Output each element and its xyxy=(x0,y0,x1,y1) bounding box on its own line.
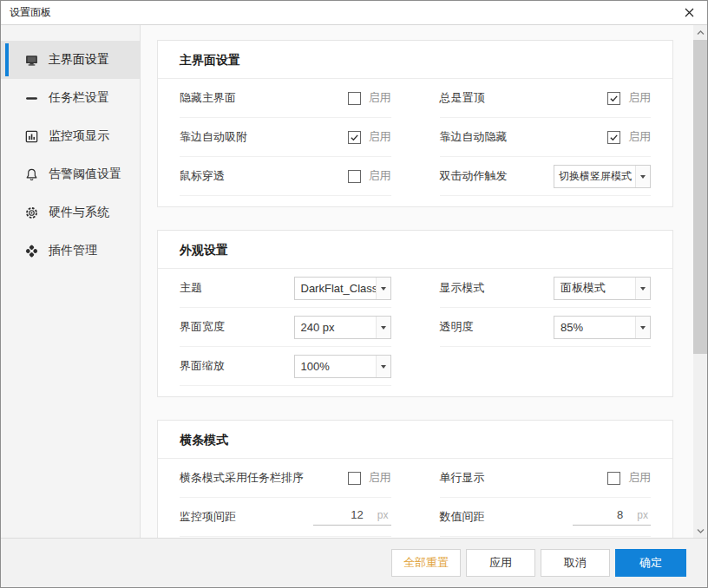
monitor-item-spacing-input[interactable]: 12px xyxy=(313,508,391,526)
chevron-down-icon xyxy=(381,326,386,332)
setting-label: 总是置顶 xyxy=(440,90,485,106)
setting-control: 启用 xyxy=(607,470,651,486)
select-value: 85% xyxy=(554,321,635,334)
sidebar-item-label: 监控项显示 xyxy=(49,128,109,144)
setting-control: 12px xyxy=(313,508,391,526)
setting-ui-width: 界面宽度240 px xyxy=(180,308,391,347)
setting-theme: 主题DarkFlat_Classi xyxy=(180,269,391,308)
select-value: 240 px xyxy=(295,321,376,334)
setting-label: 界面缩放 xyxy=(180,358,225,374)
select-dropdown-button[interactable] xyxy=(376,278,390,299)
select-value: 100% xyxy=(295,360,376,373)
setting-control: 切换横竖屏模式 xyxy=(554,165,651,188)
value-spacing-input[interactable]: 8px xyxy=(573,508,651,526)
select-dropdown-button[interactable] xyxy=(635,278,650,299)
ui-width-select[interactable]: 240 px xyxy=(294,316,391,339)
select-dropdown-button[interactable] xyxy=(376,317,390,338)
chevron-down-icon xyxy=(640,287,646,293)
sidebar-item-hardware-system[interactable]: 硬件与系统 xyxy=(1,193,140,232)
bell-icon xyxy=(24,167,39,182)
select-value: 面板模式 xyxy=(554,280,635,296)
setting-control: 启用 xyxy=(348,129,391,145)
scrollbar-thumb[interactable] xyxy=(693,40,707,354)
select-dropdown-button[interactable] xyxy=(635,317,650,338)
sidebar-item-plugin-manager[interactable]: 插件管理 xyxy=(1,232,140,270)
section-body: 主题DarkFlat_Classi显示模式面板模式界面宽度240 px透明度85… xyxy=(158,269,672,396)
select-dropdown-button[interactable] xyxy=(376,356,390,377)
setting-always-on-top: 总是置顶启用 xyxy=(440,79,652,118)
section-appearance: 外观设置主题DarkFlat_Classi显示模式面板模式界面宽度240 px透… xyxy=(157,230,673,397)
select-dropdown-button[interactable] xyxy=(635,166,650,187)
sidebar-item-label: 硬件与系统 xyxy=(49,205,109,220)
setting-label: 靠边自动隐藏 xyxy=(440,129,508,145)
apply-button[interactable]: 应用 xyxy=(466,549,535,577)
number-unit: px xyxy=(637,509,648,521)
cancel-button[interactable]: 取消 xyxy=(541,549,610,577)
scroll-down-button[interactable] xyxy=(693,523,707,538)
setting-label: 主题 xyxy=(180,280,202,296)
empty-cell xyxy=(440,347,652,386)
footer-bar: 全部重置应用取消确定 xyxy=(1,538,707,587)
setting-mouse-through: 鼠标穿透启用 xyxy=(180,157,391,196)
sidebar-item-label: 主界面设置 xyxy=(49,52,109,68)
setting-control: 启用 xyxy=(348,168,391,184)
setting-label: 隐藏主界面 xyxy=(180,90,236,106)
scrollbar-track[interactable] xyxy=(693,40,707,523)
check-icon xyxy=(609,94,619,103)
section-title: 主界面设置 xyxy=(158,41,672,79)
close-button[interactable] xyxy=(671,1,707,24)
chevron-down-icon xyxy=(381,365,386,371)
setting-control: 85% xyxy=(554,316,651,339)
double-click-action-select[interactable]: 切换横竖屏模式 xyxy=(554,165,651,188)
edge-snap-checkbox[interactable] xyxy=(348,131,361,144)
gear-icon xyxy=(24,206,39,220)
setting-label: 靠边自动吸附 xyxy=(180,129,247,145)
sidebar-item-alert-threshold[interactable]: 告警阈值设置 xyxy=(1,155,140,193)
setting-bar-mode-taskbar-order: 横条模式采用任务栏排序启用 xyxy=(180,459,391,498)
ui-scale-select[interactable]: 100% xyxy=(294,355,391,378)
setting-control: 启用 xyxy=(607,90,651,106)
setting-control: 100% xyxy=(294,355,391,378)
number-value: 12 xyxy=(316,508,364,521)
opacity-select[interactable]: 85% xyxy=(554,316,651,339)
setting-label: 单行显示 xyxy=(440,470,485,486)
checkbox-label: 启用 xyxy=(369,129,391,145)
sidebar-item-taskbar[interactable]: 任务栏设置 xyxy=(1,79,140,117)
section-bar-mode: 横条模式横条模式采用任务栏排序启用单行显示启用监控项间距12px数值间距8px xyxy=(157,420,673,538)
settings-window: 设置面板 主界面设置任务栏设置监控项显示告警阈值设置硬件与系统插件管理 主界面设… xyxy=(0,0,708,588)
ok-button[interactable]: 确定 xyxy=(615,549,686,577)
checkbox-label: 启用 xyxy=(628,129,651,145)
setting-label: 双击动作触发 xyxy=(440,168,508,184)
checkbox-label: 启用 xyxy=(369,168,391,184)
chevron-down-icon xyxy=(640,326,646,332)
edge-autohide-checkbox[interactable] xyxy=(607,131,620,144)
vertical-scrollbar[interactable] xyxy=(693,25,707,538)
scroll-up-button[interactable] xyxy=(693,25,707,40)
select-value: DarkFlat_Classi xyxy=(295,282,376,295)
setting-opacity: 透明度85% xyxy=(440,308,652,347)
plugin-icon xyxy=(24,244,39,258)
single-line-display-checkbox[interactable] xyxy=(607,472,620,485)
sidebar-item-main-ui[interactable]: 主界面设置 xyxy=(1,41,140,79)
section-body: 横条模式采用任务栏排序启用单行显示启用监控项间距12px数值间距8px xyxy=(158,459,672,538)
display-mode-select[interactable]: 面板模式 xyxy=(554,277,651,300)
bar-chart-icon xyxy=(24,129,39,144)
monitor-icon xyxy=(24,53,39,68)
window-body: 主界面设置任务栏设置监控项显示告警阈值设置硬件与系统插件管理 主界面设置隐藏主界… xyxy=(1,25,707,538)
setting-double-click-action: 双击动作触发切换横竖屏模式 xyxy=(440,157,652,196)
always-on-top-checkbox[interactable] xyxy=(607,92,620,105)
sidebar-item-label: 告警阈值设置 xyxy=(49,167,121,182)
hide-main-ui-checkbox[interactable] xyxy=(348,92,361,105)
bar-mode-taskbar-order-checkbox[interactable] xyxy=(348,472,361,485)
mouse-through-checkbox[interactable] xyxy=(348,170,361,183)
section-main-ui: 主界面设置隐藏主界面启用总是置顶启用靠边自动吸附启用靠边自动隐藏启用鼠标穿透启用… xyxy=(157,40,673,207)
number-value: 8 xyxy=(575,508,623,521)
reset-all-button[interactable]: 全部重置 xyxy=(391,549,461,577)
sidebar-item-monitor-items[interactable]: 监控项显示 xyxy=(1,117,140,155)
theme-select[interactable]: DarkFlat_Classi xyxy=(294,277,391,300)
check-icon xyxy=(609,133,619,142)
setting-control: 启用 xyxy=(348,90,391,106)
chevron-down-icon xyxy=(697,528,705,533)
setting-control: 启用 xyxy=(348,470,391,486)
setting-ui-scale: 界面缩放100% xyxy=(180,347,391,386)
